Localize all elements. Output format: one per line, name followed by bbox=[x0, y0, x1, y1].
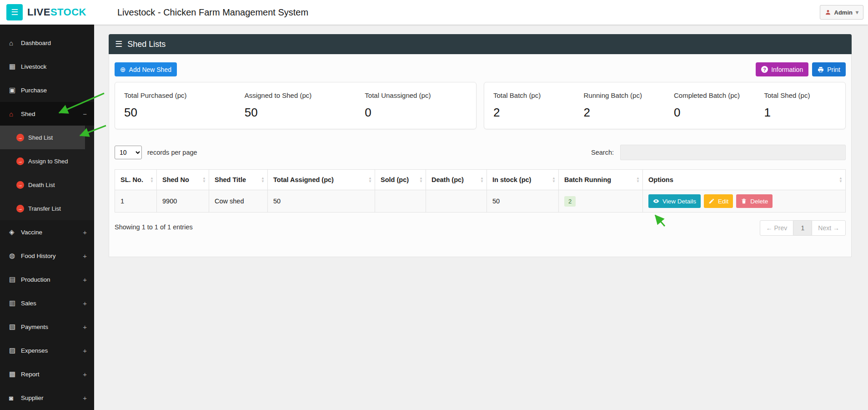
column-header-sl-no[interactable]: SL. No. bbox=[115, 170, 157, 190]
sidebar-item-shed[interactable]: ⌂ Shed − bbox=[0, 102, 94, 126]
sidebar-item-food-history[interactable]: ◍ Food History + bbox=[0, 244, 94, 268]
admin-label: Admin bbox=[834, 9, 853, 16]
column-header-sold[interactable]: Sold (pc) bbox=[375, 170, 426, 190]
logo-text-live: LIVE bbox=[27, 6, 50, 18]
eye-icon bbox=[653, 198, 659, 204]
stat-value: 0 bbox=[365, 106, 476, 120]
batch-running-badge: 2 bbox=[564, 196, 576, 207]
sort-icon[interactable] bbox=[419, 177, 423, 183]
report-icon: ▩ bbox=[9, 370, 21, 378]
sidebar-subitem-death-list[interactable]: → Death List bbox=[0, 173, 94, 197]
sidebar-item-livestock[interactable]: ▦ Livestock bbox=[0, 55, 94, 78]
food-history-icon: ◍ bbox=[9, 252, 21, 260]
column-header-label: Options bbox=[648, 176, 673, 183]
column-header-in-stock[interactable]: In stock (pc) bbox=[487, 170, 559, 190]
panel-title: Shed Lists bbox=[127, 40, 166, 49]
sidebar-subitem-label: Assign to Shed bbox=[28, 158, 68, 165]
stat-card-left: Total Purchased (pc) 50 Assigned to Shed… bbox=[115, 82, 477, 129]
column-header-label: Batch Running bbox=[564, 176, 611, 183]
shed-submenu: → Shed List → Assign to Shed → Death Lis… bbox=[0, 126, 94, 220]
sidebar-item-production[interactable]: ▤ Production + bbox=[0, 268, 94, 291]
menu-icon: ☰ bbox=[115, 39, 122, 49]
view-details-button[interactable]: View Details bbox=[648, 194, 701, 208]
print-button[interactable]: Print bbox=[812, 62, 846, 76]
sidebar-item-label: Food History bbox=[21, 253, 56, 259]
sort-icon[interactable] bbox=[839, 177, 843, 183]
stat-completed-batch: Completed Batch (pc) 0 bbox=[665, 91, 755, 129]
admin-dropdown[interactable]: Admin ▾ bbox=[820, 5, 863, 20]
column-header-death[interactable]: Death (pc) bbox=[426, 170, 487, 190]
stat-total-purchased: Total Purchased (pc) 50 bbox=[115, 91, 236, 129]
edit-button[interactable]: Edit bbox=[704, 194, 733, 208]
cell-death bbox=[426, 190, 487, 213]
records-per-page-label: records per page bbox=[147, 149, 197, 156]
next-button[interactable]: Next → bbox=[812, 220, 846, 236]
stat-total-unassigned: Total Unassigned (pc) 0 bbox=[356, 91, 476, 129]
sidebar-item-supplier[interactable]: ◙ Supplier + bbox=[0, 386, 94, 410]
caret-down-icon: ▾ bbox=[856, 9, 858, 15]
sidebar-item-dashboard[interactable]: ⌂ Dashboard bbox=[0, 31, 94, 55]
cell-in-stock: 50 bbox=[487, 190, 559, 213]
arrow-circle-icon: → bbox=[16, 181, 24, 189]
sidebar-subitem-shed-list[interactable]: → Shed List bbox=[0, 126, 85, 149]
stat-value: 1 bbox=[764, 106, 846, 120]
sidebar-subitem-transfer-list[interactable]: → Transfer List bbox=[0, 197, 94, 220]
question-circle-icon: ? bbox=[761, 66, 768, 73]
sidebar-item-vaccine[interactable]: ◈ Vaccine + bbox=[0, 220, 94, 244]
sidebar-subitem-assign-to-shed[interactable]: → Assign to Shed bbox=[0, 149, 94, 173]
table-header-row: SL. No. Shed No Shed Title Total Assigne… bbox=[115, 170, 846, 190]
delete-button[interactable]: Delete bbox=[736, 194, 773, 208]
cell-options: View Details Edit Delete bbox=[643, 190, 846, 213]
sidebar-item-sales[interactable]: ▥ Sales + bbox=[0, 291, 94, 315]
table-row: 1 9900 Cow shed 50 50 2 View Det bbox=[115, 190, 846, 213]
information-button[interactable]: ? Information bbox=[756, 62, 808, 76]
sidebar-subitem-label: Transfer List bbox=[28, 205, 61, 212]
pencil-icon bbox=[708, 198, 715, 204]
stat-label: Completed Batch (pc) bbox=[674, 91, 755, 99]
page-size-select[interactable]: 10 bbox=[115, 146, 142, 159]
sidebar-item-label: Vaccine bbox=[21, 229, 42, 236]
sort-icon[interactable] bbox=[480, 177, 484, 183]
column-header-label: In stock (pc) bbox=[492, 176, 531, 183]
column-header-batch-running[interactable]: Batch Running bbox=[559, 170, 643, 190]
sidebar-item-label: Supplier bbox=[21, 395, 44, 401]
sidebar-item-label: Report bbox=[21, 371, 40, 378]
printer-icon bbox=[818, 66, 824, 73]
pagination: ← Prev 1 Next → bbox=[760, 220, 846, 236]
sidebar-item-expenses[interactable]: ▨ Expenses + bbox=[0, 339, 94, 362]
column-header-shed-title[interactable]: Shed Title bbox=[209, 170, 268, 190]
add-new-shed-button[interactable]: ⊕ Add New Shed bbox=[115, 62, 177, 76]
sidebar-item-payments[interactable]: ▧ Payments + bbox=[0, 315, 94, 339]
add-new-shed-label: Add New Shed bbox=[129, 66, 171, 73]
column-header-label: Death (pc) bbox=[431, 176, 464, 183]
sort-icon[interactable] bbox=[261, 177, 265, 183]
sort-icon[interactable] bbox=[202, 177, 206, 183]
column-header-options[interactable]: Options bbox=[643, 170, 846, 190]
logo-text-stock: STOCK bbox=[50, 6, 86, 18]
prev-button[interactable]: ← Prev bbox=[760, 220, 794, 236]
stat-label: Total Purchased (pc) bbox=[124, 91, 236, 99]
stat-value: 2 bbox=[584, 106, 665, 120]
page-1-button[interactable]: 1 bbox=[793, 220, 812, 236]
stat-running-batch: Running Batch (pc) 2 bbox=[575, 91, 665, 129]
cell-sold bbox=[375, 190, 426, 213]
search-input[interactable] bbox=[620, 145, 846, 160]
payments-icon: ▧ bbox=[9, 323, 21, 331]
hamburger-button[interactable]: ☰ bbox=[6, 4, 23, 20]
row-actions: View Details Edit Delete bbox=[648, 194, 840, 208]
column-header-shed-no[interactable]: Shed No bbox=[157, 170, 209, 190]
expand-plus-icon: + bbox=[83, 394, 87, 402]
sidebar-item-purchase[interactable]: ▣ Purchase bbox=[0, 78, 94, 102]
sidebar-item-label: Livestock bbox=[21, 63, 46, 70]
sort-icon[interactable] bbox=[150, 177, 154, 183]
sort-icon[interactable] bbox=[368, 177, 372, 183]
column-header-total-assigned[interactable]: Total Assigned (pc) bbox=[268, 170, 375, 190]
expand-plus-icon: + bbox=[83, 323, 87, 331]
collapse-minus-icon: − bbox=[83, 110, 87, 118]
sort-icon[interactable] bbox=[552, 177, 556, 183]
sort-icon[interactable] bbox=[636, 177, 640, 183]
sidebar-item-report[interactable]: ▩ Report + bbox=[0, 362, 94, 386]
print-label: Print bbox=[827, 66, 840, 73]
shed-table-wrap: SL. No. Shed No Shed Title Total Assigne… bbox=[115, 169, 846, 213]
stat-label: Total Batch (pc) bbox=[493, 91, 575, 99]
